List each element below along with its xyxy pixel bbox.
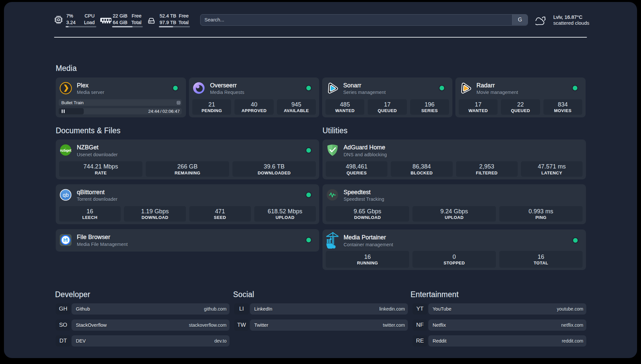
svg-text:nzbget: nzbget <box>60 148 72 152</box>
svg-text:qb: qb <box>63 192 69 197</box>
